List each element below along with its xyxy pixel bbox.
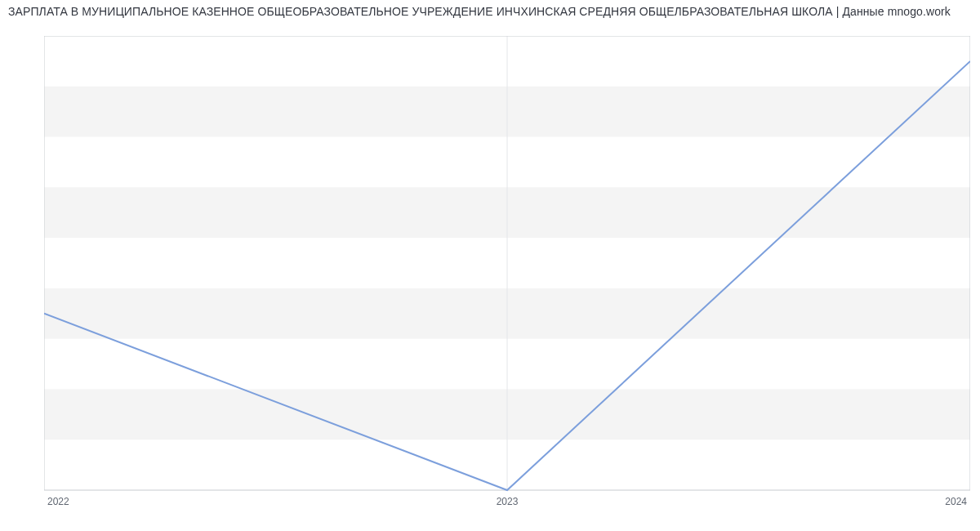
chart-title: ЗАРПЛАТА В МУНИЦИПАЛЬНОЕ КАЗЕННОЕ ОБЩЕОБ… [8,5,980,18]
x-tick-label: 2023 [497,496,519,507]
x-tick-label: 2024 [945,496,967,507]
x-tick-label: 2022 [47,496,69,507]
chart-plot-area: 1800020000220002400026000280003000032000… [44,36,970,490]
